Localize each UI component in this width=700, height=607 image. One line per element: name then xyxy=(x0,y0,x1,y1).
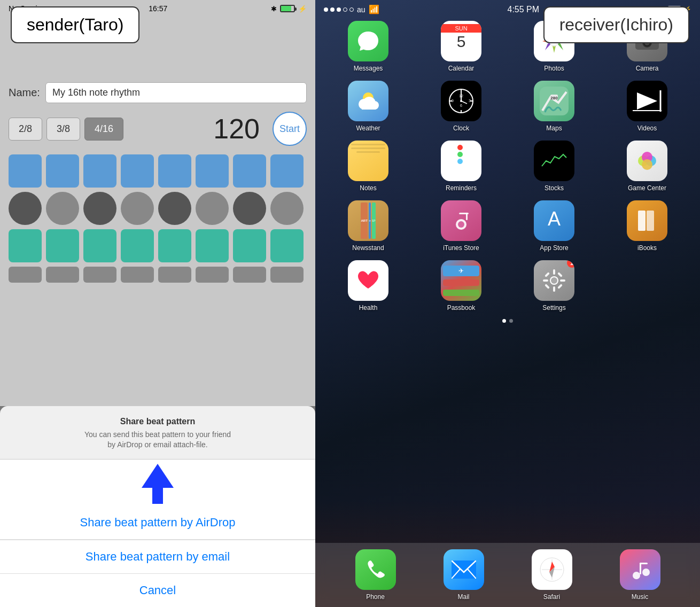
safari-label: Safari xyxy=(543,593,560,601)
svg-point-16 xyxy=(460,100,462,102)
beat-cell[interactable] xyxy=(196,154,229,188)
beat-cell-small[interactable] xyxy=(196,267,229,283)
name-row: Name: xyxy=(9,82,307,103)
app-ibooks[interactable]: iBooks xyxy=(605,200,689,252)
signal-area: au 📶 xyxy=(324,4,379,14)
share-airdrop-button[interactable]: Share beat pattern by AirDrop xyxy=(0,506,315,540)
app-health[interactable]: Health xyxy=(326,260,410,312)
beat-cell-teal[interactable] xyxy=(158,229,191,262)
beat-cell-small[interactable] xyxy=(121,267,154,283)
start-button[interactable]: Start xyxy=(273,112,307,146)
reminders-label: Reminders xyxy=(446,184,477,192)
svg-text:280: 280 xyxy=(550,96,558,100)
dock-music[interactable]: Music xyxy=(620,549,660,601)
newsstand-label: Newsstand xyxy=(352,244,384,252)
svg-rect-48 xyxy=(557,272,563,277)
beat-cell-circle[interactable] xyxy=(9,192,42,225)
app-stocks[interactable]: Stocks xyxy=(512,141,596,192)
app-clock[interactable]: 12 6 9 3 Clock xyxy=(419,81,503,132)
bluetooth-icon: ✱ xyxy=(271,5,277,13)
svg-rect-63 xyxy=(640,563,641,574)
beat-cell-teal[interactable] xyxy=(196,229,229,262)
beat-cell[interactable] xyxy=(9,154,42,188)
app-reminders[interactable]: Reminders xyxy=(419,141,503,192)
beat-cell[interactable] xyxy=(233,154,266,188)
beat-cell-teal[interactable] xyxy=(46,229,79,262)
time-sig-2-8[interactable]: 2/8 xyxy=(9,118,42,141)
stocks-label: Stocks xyxy=(545,184,564,192)
settings-badge: 1 xyxy=(567,260,574,268)
maps-icon: 280 xyxy=(534,81,574,121)
app-notes[interactable]: Notes xyxy=(326,141,410,192)
stocks-icon xyxy=(534,141,574,181)
messages-icon xyxy=(348,21,388,61)
svg-rect-12 xyxy=(362,105,376,110)
passbook-label: Passbook xyxy=(447,304,476,312)
status-icons-left: ✱ ⚡ xyxy=(271,5,307,13)
beat-cell-small[interactable] xyxy=(83,267,116,283)
app-gamecenter[interactable]: Game Center xyxy=(605,141,689,192)
dock-mail[interactable]: Mail xyxy=(444,549,484,601)
svg-point-62 xyxy=(642,569,650,576)
modal-header: Share beat pattern You can send this bea… xyxy=(0,406,315,460)
app-videos[interactable]: Videos xyxy=(605,81,689,132)
settings-icon: 1 xyxy=(534,260,574,301)
app-itunes[interactable]: iTunes Store xyxy=(419,200,503,252)
beat-cell[interactable] xyxy=(83,154,116,188)
beat-cell-circle[interactable] xyxy=(46,192,79,225)
receiver-label: receiver(Ichiro) xyxy=(543,6,689,43)
signal-dot xyxy=(324,7,328,12)
beat-cell[interactable] xyxy=(158,154,191,188)
gamecenter-label: Game Center xyxy=(628,184,666,192)
beat-cell-teal[interactable] xyxy=(233,229,266,262)
beat-cell-circle[interactable] xyxy=(196,192,229,225)
beat-cell-circle[interactable] xyxy=(83,192,116,225)
app-messages[interactable]: Messages xyxy=(326,21,410,72)
app-maps[interactable]: 280 Maps xyxy=(512,81,596,132)
ibooks-icon xyxy=(627,200,667,241)
health-label: Health xyxy=(359,304,378,312)
app-appstore[interactable]: A App Store xyxy=(512,200,596,252)
beat-cell-teal[interactable] xyxy=(9,229,42,262)
battery-left xyxy=(280,5,295,12)
app-grid: Messages SUN 5 Calendar xyxy=(315,17,700,316)
beat-cell-small[interactable] xyxy=(9,267,42,283)
app-weather[interactable]: Weather xyxy=(326,81,410,132)
dock-safari[interactable]: Safari xyxy=(532,549,572,601)
time-sig-3-8[interactable]: 3/8 xyxy=(46,118,80,141)
beat-cell-small[interactable] xyxy=(270,267,304,283)
svg-marker-28 xyxy=(637,92,657,110)
app-passbook[interactable]: ✈ Passbook xyxy=(419,260,503,312)
beat-cell-circle[interactable] xyxy=(121,192,154,225)
beat-cell-teal[interactable] xyxy=(270,229,304,262)
phone-label: Phone xyxy=(366,593,385,601)
app-calendar[interactable]: SUN 5 Calendar xyxy=(419,21,503,72)
calendar-icon: SUN 5 xyxy=(441,21,481,61)
cancel-button[interactable]: Cancel xyxy=(0,574,315,607)
beat-cell-circle[interactable] xyxy=(270,192,304,225)
sender-label: sender(Taro) xyxy=(11,6,139,43)
app-settings[interactable]: 1 Settings xyxy=(512,260,596,312)
share-modal-overlay: Share beat pattern You can send this bea… xyxy=(0,406,315,607)
time-sig-4-16[interactable]: 4/16 xyxy=(84,118,123,141)
beat-cell-circle[interactable] xyxy=(233,192,266,225)
arrow-shaft xyxy=(152,488,163,504)
wifi-icon: 📶 xyxy=(369,4,379,14)
weather-icon xyxy=(348,81,388,121)
beat-cell-small[interactable] xyxy=(158,267,191,283)
svg-text:9: 9 xyxy=(452,99,454,103)
beat-cell-small[interactable] xyxy=(233,267,266,283)
beat-cell-teal[interactable] xyxy=(121,229,154,262)
beat-cell[interactable] xyxy=(46,154,79,188)
name-input[interactable] xyxy=(45,82,307,103)
beat-cell-small[interactable] xyxy=(46,267,79,283)
beat-cell-teal[interactable] xyxy=(83,229,116,262)
share-email-button[interactable]: Share beat pattern by email xyxy=(0,540,315,574)
beat-cell-circle[interactable] xyxy=(158,192,191,225)
beat-cell[interactable] xyxy=(270,154,304,188)
app-newsstand[interactable]: ART ✈ SP Newsstand xyxy=(326,200,410,252)
dock-phone[interactable]: Phone xyxy=(355,549,396,601)
time-left: 16:57 xyxy=(149,4,167,13)
beat-cell[interactable] xyxy=(121,154,154,188)
ibooks-label: iBooks xyxy=(637,244,657,252)
